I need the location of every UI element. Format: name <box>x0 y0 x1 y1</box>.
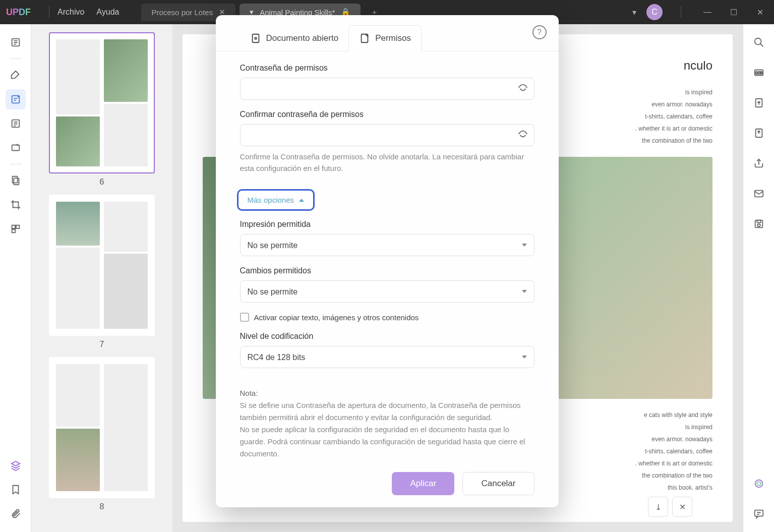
permissions-password-input[interactable] <box>240 78 534 100</box>
svg-rect-8 <box>16 225 19 228</box>
note-title: Nota: <box>240 387 534 399</box>
printing-label: Impresión permitida <box>240 220 534 229</box>
bookmark-icon[interactable] <box>6 480 26 500</box>
thumbnail-page[interactable] <box>49 357 155 498</box>
chevron-down-icon[interactable]: ▾ <box>632 8 636 17</box>
highlighter-icon[interactable] <box>6 65 26 85</box>
divider <box>49 6 49 18</box>
thumbnail-item[interactable]: 7 <box>49 195 155 349</box>
printing-allowed-select[interactable]: No se permite <box>240 234 534 256</box>
thumbnail-page[interactable] <box>49 32 155 173</box>
modal-footer: Aplicar Cancelar <box>216 460 559 495</box>
convert-icon[interactable] <box>749 93 769 113</box>
help-icon[interactable]: ? <box>532 25 547 39</box>
tab-permissions[interactable]: Permisos <box>348 25 422 51</box>
modal-body: Contraseña de permisos Confirmar contras… <box>216 51 559 368</box>
thumbnail-label: 7 <box>100 340 104 349</box>
encryption-level-select[interactable]: RC4 de 128 bits <box>240 346 534 368</box>
tab-label: Proceso por Lotes <box>151 8 213 17</box>
permissions-dialog: ? Documento abierto Permisos Contraseña … <box>216 15 559 507</box>
attachment-icon[interactable] <box>6 504 26 524</box>
svg-rect-5 <box>12 176 17 183</box>
tools-icon[interactable] <box>6 219 26 239</box>
minimize-button[interactable]: — <box>699 4 716 20</box>
crop-icon[interactable] <box>6 195 26 215</box>
close-icon[interactable]: ✕ <box>672 497 692 517</box>
cancel-button[interactable]: Cancelar <box>462 472 534 495</box>
confirm-permissions-password-input[interactable] <box>240 124 534 146</box>
printing-group: Impresión permitida No se permite <box>240 220 534 256</box>
layers-icon[interactable] <box>6 455 26 476</box>
thumbnail-item[interactable]: 6 <box>49 32 155 187</box>
more-options-label: Más opciones <box>248 196 294 204</box>
save-icon[interactable] <box>749 214 769 234</box>
copy-checkbox[interactable] <box>240 313 249 322</box>
thumbnail-label: 8 <box>100 502 104 511</box>
pages-icon[interactable] <box>6 170 26 191</box>
thumbnail-label: 6 <box>100 178 104 187</box>
ocr-icon[interactable]: OCR <box>749 63 769 83</box>
changes-group: Cambios permitidos No se permite <box>240 266 534 303</box>
floating-controls: ⤓ ✕ <box>648 497 692 517</box>
comment-icon[interactable] <box>749 504 769 524</box>
svg-rect-21 <box>754 510 763 516</box>
note-section: Nota: Si se define una Contraseña de ape… <box>216 378 559 460</box>
svg-rect-17 <box>757 220 760 223</box>
divider <box>10 58 22 59</box>
more-options-toggle[interactable]: Más opciones <box>237 189 315 211</box>
divider <box>681 6 681 18</box>
note-text: No se puede aplicar la configuración de … <box>240 424 534 460</box>
confirm-password-label: Confirmar contraseña de permisos <box>240 110 534 119</box>
thumbnail-page[interactable] <box>49 195 155 336</box>
confirm-password-group: Confirmar contraseña de permisos Confirm… <box>240 110 534 174</box>
app-logo: UPDF <box>6 7 31 18</box>
svg-rect-7 <box>12 225 15 228</box>
share-icon[interactable] <box>749 153 769 173</box>
svg-point-23 <box>255 37 257 39</box>
divider <box>10 164 22 164</box>
svg-point-20 <box>757 482 760 485</box>
svg-point-2 <box>18 96 19 97</box>
eye-toggle-icon[interactable] <box>517 129 528 142</box>
right-toolbar: OCR <box>743 24 774 532</box>
svg-point-18 <box>757 224 760 227</box>
eye-toggle-icon[interactable] <box>517 82 528 95</box>
modal-tabs: Documento abierto Permisos <box>216 25 559 51</box>
menu-help[interactable]: Ayuda <box>96 8 119 17</box>
note-text: Si se define una Contraseña de apertura … <box>240 399 534 424</box>
svg-point-10 <box>754 38 761 45</box>
menu-file[interactable]: Archivo <box>57 8 84 17</box>
search-icon[interactable] <box>749 32 769 52</box>
svg-rect-22 <box>252 34 259 42</box>
document-icon <box>250 33 261 44</box>
svg-rect-6 <box>14 178 19 185</box>
changes-label: Cambios permitidos <box>240 266 534 275</box>
thumbnail-item[interactable]: 8 <box>49 357 155 511</box>
tab-label: Permisos <box>375 33 411 43</box>
export-icon[interactable] <box>749 123 769 143</box>
maximize-button[interactable]: ☐ <box>726 4 742 20</box>
email-icon[interactable] <box>749 184 769 204</box>
permissions-icon <box>359 33 370 44</box>
tab-label: Documento abierto <box>266 33 339 43</box>
chevron-up-icon <box>299 199 304 202</box>
apply-button[interactable]: Aplicar <box>392 472 454 495</box>
thumbnail-panel[interactable]: 6 7 8 <box>31 24 172 532</box>
tab-open-document[interactable]: Documento abierto <box>240 25 349 51</box>
user-avatar[interactable]: C <box>646 4 663 20</box>
edit-text-icon[interactable] <box>6 89 26 109</box>
close-button[interactable]: ✕ <box>752 4 768 20</box>
encryption-group: Nivel de codificación RC4 de 128 bits <box>240 332 534 368</box>
copy-checkbox-label: Activar copiar texto, imágenes y otros c… <box>254 313 419 322</box>
changes-allowed-select[interactable]: No se permite <box>240 280 534 303</box>
sign-icon[interactable] <box>6 138 26 158</box>
scroll-down-icon[interactable]: ⤓ <box>648 497 668 517</box>
window-controls: ▾ C — ☐ ✕ <box>632 4 768 20</box>
form-icon[interactable] <box>6 113 26 134</box>
svg-point-19 <box>755 480 762 488</box>
copy-checkbox-row[interactable]: Activar copiar texto, imágenes y otros c… <box>240 313 534 322</box>
confirm-hint: Confirme la Contraseña de permisos. No o… <box>240 151 534 174</box>
reader-icon[interactable] <box>6 32 26 52</box>
ai-icon[interactable] <box>749 474 769 494</box>
left-toolbar <box>0 24 31 532</box>
